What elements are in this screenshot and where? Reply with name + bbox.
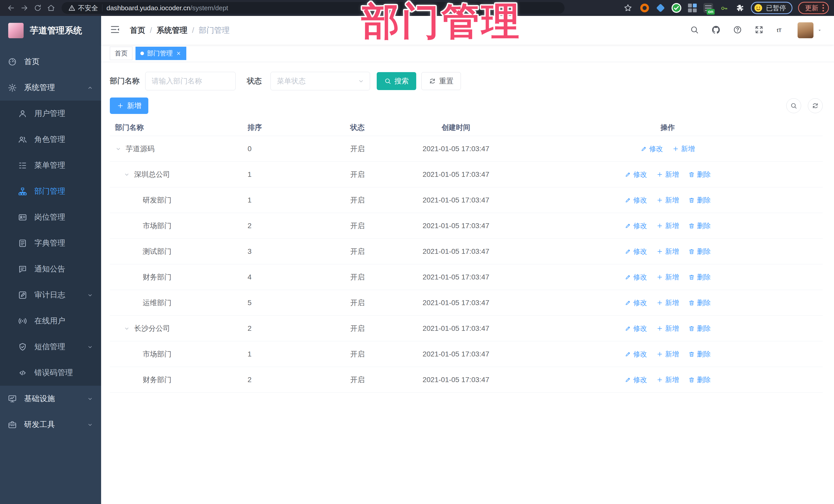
github-icon[interactable] [711, 25, 722, 36]
cell-status: 开启 [345, 375, 399, 385]
cell-status: 开启 [345, 170, 399, 179]
sidebar-item-6[interactable]: 岗位管理 [0, 204, 101, 230]
plus-icon [117, 102, 124, 109]
sidebar-item-12[interactable]: 错误码管理 [0, 360, 101, 386]
delete-link[interactable]: 删除 [688, 324, 711, 333]
user-menu[interactable] [797, 22, 822, 38]
table-row: 财务部门4开启2021-01-05 17:03:47修改新增删除 [110, 264, 823, 290]
sidebar-item-label: 角色管理 [35, 134, 65, 145]
browser-forward-button[interactable] [19, 2, 30, 14]
sidebar-item-7[interactable]: 字典管理 [0, 230, 101, 256]
add-link[interactable]: 新增 [656, 247, 679, 256]
extension-green-check-icon[interactable] [671, 3, 682, 13]
sidebar-item-13[interactable]: 基础设施 [0, 386, 101, 412]
header-search-icon[interactable] [690, 25, 700, 36]
delete-link[interactable]: 删除 [688, 272, 711, 282]
bookmark-star-icon[interactable] [622, 2, 634, 14]
delete-link[interactable]: 删除 [688, 298, 711, 307]
delete-link[interactable]: 删除 [688, 221, 711, 231]
browser-reload-button[interactable] [32, 2, 44, 14]
sidebar-item-2[interactable]: 用户管理 [0, 101, 101, 127]
browser-menu-icon[interactable] [822, 4, 824, 12]
modify-link[interactable]: 修改 [624, 350, 647, 359]
modify-link[interactable]: 修改 [624, 170, 647, 179]
cell-created-time: 2021-01-05 17:03:47 [399, 196, 513, 204]
delete-link[interactable]: 删除 [688, 350, 711, 359]
fullscreen-icon[interactable] [754, 25, 765, 36]
extensions-puzzle-icon[interactable] [735, 3, 745, 13]
browser-back-button[interactable] [5, 2, 17, 14]
modify-link[interactable]: 修改 [640, 144, 663, 153]
reset-button[interactable]: 重置 [421, 72, 461, 90]
modify-link[interactable]: 修改 [624, 272, 647, 282]
sidebar-collapse-icon[interactable] [110, 24, 122, 36]
tab-1[interactable]: 部门管理 [135, 47, 186, 60]
modify-link[interactable]: 修改 [624, 196, 647, 205]
add-link[interactable]: 新增 [656, 170, 679, 179]
search-button[interactable]: 搜索 [377, 72, 416, 90]
sidebar-item-14[interactable]: 研发工具 [0, 412, 101, 438]
cell-sort: 3 [242, 247, 345, 256]
sidebar-item-11[interactable]: 短信管理 [0, 334, 101, 360]
submenu-system-management: 用户管理角色管理菜单管理部门管理岗位管理字典管理通知公告审计日志在线用户短信管理… [0, 101, 101, 386]
online-icon [18, 316, 27, 326]
delete-link[interactable]: 删除 [688, 247, 711, 256]
expand-toggle[interactable] [124, 171, 134, 178]
sidebar-item-0[interactable]: 首页 [0, 49, 101, 75]
sidebar-item-10[interactable]: 在线用户 [0, 308, 101, 334]
app-logo[interactable]: 芋道管理系统 [0, 16, 101, 45]
add-link[interactable]: 新增 [656, 298, 679, 307]
refresh-table-button[interactable] [808, 98, 823, 113]
tab-0[interactable]: 首页 [110, 47, 132, 60]
add-department-button[interactable]: 新增 [110, 97, 148, 114]
delete-link[interactable]: 删除 [688, 170, 711, 179]
delete-label: 删除 [697, 324, 711, 333]
extension-gem-icon[interactable] [655, 3, 666, 13]
browser-home-button[interactable] [45, 2, 57, 14]
modify-link[interactable]: 修改 [624, 247, 647, 256]
add-link[interactable]: 新增 [656, 196, 679, 205]
delete-link[interactable]: 删除 [688, 196, 711, 205]
sidebar-item-9[interactable]: 审计日志 [0, 282, 101, 308]
extension-orange-icon[interactable] [639, 3, 650, 13]
browser-update-button[interactable]: 更新 [798, 2, 829, 14]
expand-toggle[interactable] [115, 145, 126, 153]
extension-switch-icon[interactable]: on [703, 3, 714, 13]
modify-link[interactable]: 修改 [624, 375, 647, 385]
status-select[interactable]: 菜单状态 [270, 72, 370, 90]
breadcrumb-item-1[interactable]: 系统管理 [156, 25, 187, 36]
cell-created-time: 2021-01-05 17:03:47 [399, 273, 513, 281]
modify-label: 修改 [649, 144, 663, 153]
modify-link[interactable]: 修改 [624, 221, 647, 231]
address-bar[interactable]: 不安全 dashboard.yudao.iocoder.cn/system/de… [62, 2, 565, 14]
expand-toggle[interactable] [124, 325, 134, 332]
department-name-input[interactable] [145, 72, 236, 90]
modify-link[interactable]: 修改 [624, 298, 647, 307]
search-button-label: 搜索 [394, 76, 409, 86]
modify-link[interactable]: 修改 [624, 324, 647, 333]
sidebar-item-3[interactable]: 角色管理 [0, 127, 101, 152]
sidebar-item-4[interactable]: 菜单管理 [0, 152, 101, 178]
font-size-icon[interactable] [776, 25, 786, 36]
extension-key-icon[interactable] [719, 3, 729, 13]
site-security-indicator[interactable]: 不安全 [68, 4, 98, 13]
breadcrumb: 首页/系统管理/部门管理 [130, 25, 230, 36]
add-link[interactable]: 新增 [656, 324, 679, 333]
add-link[interactable]: 新增 [656, 375, 679, 385]
add-link[interactable]: 新增 [656, 350, 679, 359]
add-link[interactable]: 新增 [672, 144, 695, 153]
add-link[interactable]: 新增 [656, 272, 679, 282]
breadcrumb-item-0[interactable]: 首页 [130, 25, 145, 36]
sidebar-item-label: 基础设施 [24, 393, 55, 404]
modify-label: 修改 [633, 170, 647, 179]
add-link[interactable]: 新增 [656, 221, 679, 231]
help-icon[interactable] [733, 25, 743, 36]
sidebar-item-8[interactable]: 通知公告 [0, 256, 101, 282]
add-button-label: 新增 [127, 101, 141, 111]
extension-grid-icon[interactable] [687, 3, 698, 13]
toggle-search-button[interactable] [786, 98, 801, 113]
sidebar-item-5[interactable]: 部门管理 [0, 178, 101, 204]
profile-paused-chip[interactable]: 已暂停 [751, 2, 792, 14]
delete-link[interactable]: 删除 [688, 375, 711, 385]
sidebar-item-1[interactable]: 系统管理 [0, 75, 101, 101]
